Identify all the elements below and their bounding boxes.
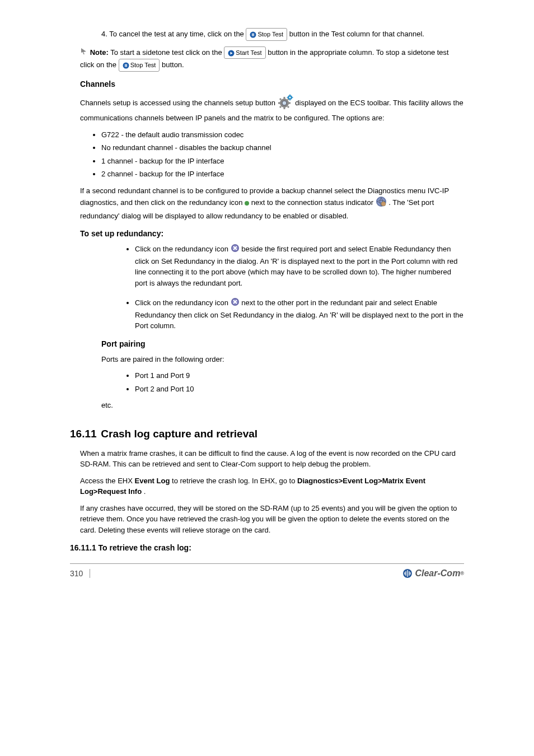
option-no-redundant: No redundant channel - disables the back… [101,142,464,153]
redundancy-x-icon [231,244,240,256]
option-1-backup: 1 channel - backup for the IP interface [101,156,464,167]
svg-rect-9 [283,97,285,99]
channels-p1: Channels setup is accessed using the cha… [70,94,464,124]
svg-rect-2 [254,34,255,36]
stop-test-button-inline: Stop Test [246,28,287,41]
svg-rect-20 [287,97,288,98]
svg-point-8 [282,101,287,105]
green-status-icon [245,201,249,206]
redundancy-steps-list: Click on the redundancy icon beside the … [70,244,464,332]
svg-rect-5 [125,64,126,67]
svg-point-0 [250,32,256,38]
port-pairing-text: Ports are paired in the following order: [70,354,464,365]
pair-2: Port 2 and Port 10 [135,384,464,395]
svg-rect-12 [288,102,291,104]
svg-rect-1 [252,34,253,36]
crash-p3: If any crashes have occurred, they will … [70,503,464,536]
footer-divider [70,563,464,564]
port-pairs-list: Port 1 and Port 9 Port 2 and Port 10 [70,370,464,394]
svg-rect-19 [289,99,291,100]
crash-p1: When a matrix frame crashes, it can be d… [70,448,464,470]
redundancy-x-icon-2 [231,297,240,310]
note-text: Note: To start a sidetone test click on … [70,46,464,72]
redundancy-heading: To set up redundancy: [70,229,464,238]
globe-redundancy-icon [376,196,387,211]
pair-1: Port 1 and Port 9 [135,370,464,381]
svg-point-22 [289,96,291,98]
svg-rect-6 [126,64,127,67]
svg-rect-18 [289,94,291,95]
note-arrow-icon [80,47,88,58]
start-test-button-inline: Start Test [224,46,265,59]
page-number: 310 [70,569,90,578]
svg-rect-21 [292,97,293,98]
svg-point-4 [123,63,129,69]
option-2-backup: 2 channel - backup for the IP interface [101,169,464,180]
clearcom-logo: Clear-Com® [402,568,464,578]
svg-rect-10 [283,107,285,109]
page-footer: 310 Clear-Com® [0,568,534,578]
crash-p2: Access the EHX Event Log to retrieve the… [70,475,464,497]
svg-point-25 [381,202,386,206]
channels-p2: If a second redundant channel is to be c… [70,185,464,222]
step-4-text: 4. To cancel the test at any time, click… [70,28,464,41]
etc-text: etc. [70,400,464,411]
redundancy-step-1: Click on the redundancy icon beside the … [135,244,464,288]
channels-heading: Channels [70,80,464,88]
stop-test-button-inline-2: Stop Test [119,59,160,72]
gear-icon [278,94,293,113]
svg-rect-11 [278,102,280,104]
section-16-11-1-heading: 16.11.1 To retrieve the crash log: [70,543,464,552]
redundancy-step-2: Click on the redundancy icon next to the… [135,297,464,332]
section-16-11-heading: 16.11 Crash log capture and retrieval [70,428,464,440]
option-g722: G722 - the default audio transmission co… [101,129,464,141]
channel-options-list: G722 - the default audio transmission co… [70,129,464,180]
port-pairing-heading: Port pairing [70,339,464,348]
